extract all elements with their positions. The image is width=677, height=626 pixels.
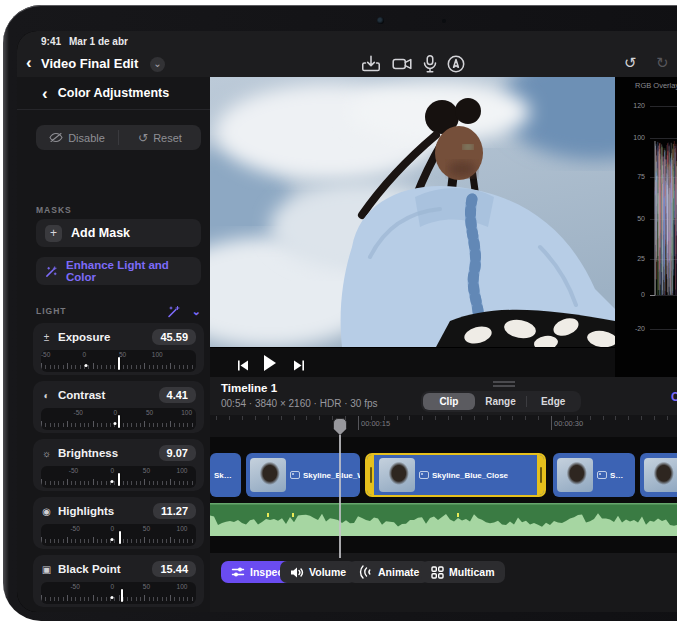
contrast-slider[interactable]: -50050100 <box>41 408 196 430</box>
decorative-mark <box>45 481 46 485</box>
reset-button[interactable]: ↺ Reset <box>119 125 201 150</box>
multicam-button[interactable]: Multicam <box>421 561 505 583</box>
panel-drag-handle[interactable] <box>493 381 515 387</box>
ruler-time-label: 00:00:30 <box>554 419 583 428</box>
highlights-icon: ◉ <box>41 506 52 517</box>
edge-mode-button[interactable]: Edge <box>527 393 579 410</box>
decorative-mark <box>551 416 552 430</box>
import-button[interactable] <box>360 54 382 74</box>
decorative-mark <box>187 539 188 543</box>
audio-track[interactable] <box>210 503 677 536</box>
video-preview[interactable] <box>210 77 615 347</box>
top-bar: 9:41 Mar 1 de abr ‹ Video Final Edit ⌄ ↺ <box>17 31 677 77</box>
project-dropdown-icon[interactable]: ⌄ <box>150 57 165 72</box>
decorative-mark <box>45 597 46 601</box>
undo-button[interactable]: ↺ <box>624 53 637 73</box>
decorative-mark <box>216 416 217 420</box>
pencil-button[interactable] <box>445 54 467 74</box>
animate-button[interactable]: Animate <box>348 561 429 583</box>
trim-handle-left[interactable] <box>367 455 374 495</box>
add-mask-button[interactable]: + Add Mask <box>36 219 201 247</box>
clip-mode-button[interactable]: Clip <box>423 393 475 410</box>
decorative-mark <box>93 479 94 485</box>
decorative-mark <box>58 597 59 601</box>
decorative-mark <box>174 597 175 601</box>
chevron-down-icon[interactable]: ⌄ <box>192 305 201 318</box>
decorative-mark: -50 <box>41 351 50 358</box>
light-section-header[interactable]: LIGHT ⌄ <box>36 303 201 319</box>
decorative-mark <box>88 423 89 427</box>
microphone-button[interactable] <box>419 54 441 74</box>
decorative-mark: 50 <box>143 525 150 532</box>
decorative-mark <box>41 421 42 427</box>
decorative-mark <box>41 537 42 543</box>
brightness-slider[interactable]: -50050100 <box>41 466 196 488</box>
decorative-mark <box>187 365 188 369</box>
skip-forward-button[interactable] <box>293 357 304 375</box>
decorative-mark <box>114 597 115 601</box>
decorative-mark <box>106 365 107 369</box>
clip-skyline-blue-wide[interactable]: Skyline_Blue_Wide <box>246 453 360 497</box>
decorative-mark <box>512 416 513 420</box>
clip-skyline-3[interactable]: S… <box>553 453 635 497</box>
magic-wand-icon[interactable] <box>167 305 180 318</box>
multicam-grid-icon <box>431 566 444 579</box>
redo-button[interactable]: ↻ <box>656 53 669 73</box>
decorative-mark <box>80 365 81 369</box>
decorative-mark <box>84 481 85 485</box>
decorative-mark <box>281 416 282 420</box>
slider-value[interactable]: 15.44 <box>152 561 196 577</box>
camera-button[interactable] <box>391 54 413 74</box>
edit-mode-control: Clip Range Edge <box>421 391 581 412</box>
slider-handle[interactable] <box>118 415 120 428</box>
video-frame <box>210 77 615 347</box>
volume-button[interactable]: Volume <box>280 561 356 583</box>
scope-axis-label: 75 <box>615 173 645 180</box>
decorative-mark <box>140 365 141 369</box>
decorative-mark <box>131 481 132 485</box>
clip-skyline-1[interactable]: Sk… <box>210 453 241 497</box>
decorative-mark <box>50 539 51 543</box>
play-button[interactable] <box>263 355 277 375</box>
decorative-mark <box>187 481 188 485</box>
decorative-mark <box>80 481 81 485</box>
skip-back-icon <box>238 360 249 371</box>
clip-skyline-blue-close[interactable]: Skyline_Blue_Close <box>365 453 546 497</box>
slider-handle[interactable] <box>119 531 121 544</box>
slider-value[interactable]: 45.59 <box>152 329 196 345</box>
black-point-slider[interactable]: -50050100 <box>41 582 196 604</box>
decorative-mark <box>114 539 115 543</box>
range-mode-button[interactable]: Range <box>475 393 527 410</box>
connect-button-partial[interactable]: C <box>671 390 677 404</box>
slider-value[interactable]: 9.07 <box>159 445 196 461</box>
decorative-mark <box>123 423 124 427</box>
decorative-mark <box>654 416 655 420</box>
timeline-name[interactable]: Timeline 1 <box>221 382 277 394</box>
highlights-slider[interactable]: -50050100 <box>41 524 196 546</box>
decorative-mark <box>525 416 526 420</box>
decorative-mark <box>183 423 184 427</box>
trim-handle-right[interactable] <box>537 455 544 495</box>
decorative-mark <box>75 539 76 543</box>
decorative-mark <box>101 539 102 543</box>
slider-value[interactable]: 4.41 <box>159 387 196 403</box>
slider-handle[interactable] <box>118 473 120 486</box>
slider-handle[interactable] <box>121 589 123 602</box>
decorative-mark: 0 <box>110 583 114 590</box>
back-icon[interactable]: ‹ <box>26 54 32 71</box>
slider-handle[interactable] <box>118 357 120 370</box>
eye-slash-icon <box>49 132 63 143</box>
clip-label: Skyline_Blue_Close <box>419 471 508 480</box>
decorative-mark <box>384 416 385 420</box>
project-title[interactable]: Video Final Edit <box>41 56 138 71</box>
decorative-mark <box>435 416 436 420</box>
skip-back-button[interactable] <box>238 357 249 375</box>
decorative-mark <box>123 597 124 601</box>
disable-button[interactable]: Disable <box>36 125 118 150</box>
decorative-mark <box>84 364 87 367</box>
exposure-slider[interactable]: -50050100 <box>41 350 196 372</box>
clip-skyline-4[interactable] <box>640 453 677 497</box>
timeline-ruler[interactable]: 00:00:15 00:00:30 <box>210 415 677 437</box>
enhance-button[interactable]: Enhance Light and Color <box>36 257 201 285</box>
slider-value[interactable]: 11.27 <box>153 503 196 519</box>
